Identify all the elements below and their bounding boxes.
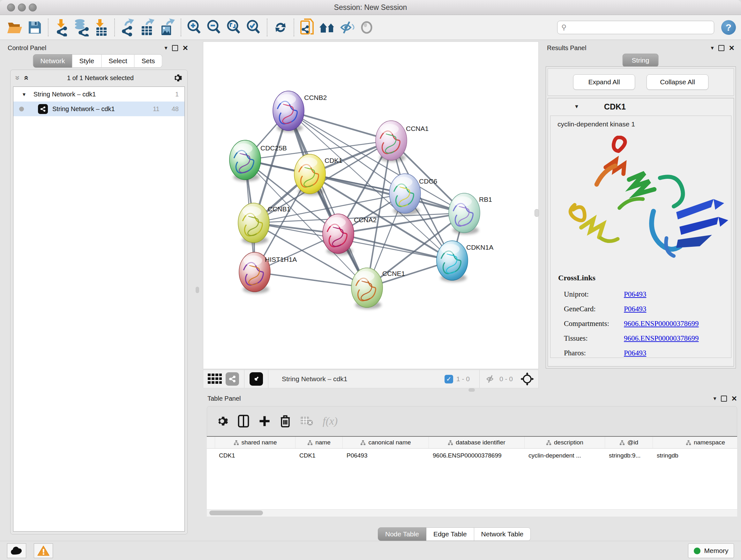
table-settings-gear-icon[interactable] <box>216 415 228 427</box>
canvas-splitter-handle[interactable] <box>535 209 539 217</box>
import-table-icon[interactable] <box>91 17 111 37</box>
network-view-toolbar: String Network – cdk1 ✓ 1 - 0 0 - 0 <box>203 370 539 388</box>
tab-edge-table[interactable]: Edge Table <box>426 527 474 541</box>
column-header-name[interactable]: name <box>295 437 343 448</box>
table-horizontal-scrollbar[interactable] <box>207 509 737 516</box>
column-header-description[interactable]: description <box>525 437 605 448</box>
app-window: Session: New Session <box>0 0 741 560</box>
panel-float-icon[interactable] <box>721 395 727 401</box>
network-mode-icon[interactable] <box>226 372 239 386</box>
collection-expand-icon[interactable]: ▼ <box>22 91 26 97</box>
column-header-shared-name[interactable]: shared name <box>215 437 295 448</box>
tab-network-table[interactable]: Network Table <box>474 527 531 541</box>
column-header--id[interactable]: @id <box>605 437 653 448</box>
help-button[interactable]: ? <box>721 20 736 35</box>
entry-collapse-icon[interactable]: ▼ <box>574 104 579 110</box>
network-view-canvas[interactable]: CCNB2CCNA1CDC25BCDK1CDC6RB1CCNB1CCNA2CDK… <box>203 42 539 369</box>
scrollbar-thumb[interactable] <box>209 510 263 515</box>
memory-button[interactable]: Memory <box>688 543 734 558</box>
show-all-icon[interactable] <box>357 17 377 37</box>
node-table[interactable]: shared namenamecanonical namedatabase id… <box>207 436 737 516</box>
collapse-all-icon[interactable]: » <box>15 76 21 80</box>
panel-close-icon[interactable]: ✕ <box>729 46 735 51</box>
expand-all-icon[interactable]: » <box>23 76 29 80</box>
gear-icon[interactable] <box>173 73 182 83</box>
table-cell[interactable]: stringdb <box>653 452 737 459</box>
new-network-from-selection-icon[interactable] <box>297 17 317 37</box>
network-graph[interactable]: CCNB2CCNA1CDC25BCDK1CDC6RB1CCNB1CCNA2CDK… <box>203 42 538 369</box>
tab-style[interactable]: Style <box>72 54 102 68</box>
crosslink-link[interactable]: 9606.ENSP00000378699 <box>624 334 699 343</box>
node-label: HIST1H1A <box>265 256 297 263</box>
cloud-status-button[interactable] <box>7 543 26 558</box>
vertical-splitter-handle[interactable] <box>196 287 199 293</box>
add-column-icon[interactable] <box>259 415 270 427</box>
panel-float-icon[interactable] <box>172 45 178 51</box>
network-edge <box>255 272 367 288</box>
panel-menu-icon[interactable]: ▾ <box>714 395 717 402</box>
fit-selected-icon[interactable] <box>521 372 534 386</box>
zoom-selected-icon[interactable] <box>244 17 264 37</box>
import-network-database-icon[interactable] <box>71 17 91 37</box>
control-panel: Control Panel ▾ ✕ Network Style Select S… <box>3 42 192 538</box>
tab-sets[interactable]: Sets <box>135 54 162 68</box>
tab-string[interactable]: String <box>623 54 659 67</box>
open-session-icon[interactable] <box>5 17 25 37</box>
save-session-icon[interactable] <box>25 17 45 37</box>
collapse-all-button[interactable]: Collapse All <box>647 74 709 90</box>
zoom-out-icon[interactable] <box>204 17 224 37</box>
minimize-window-button[interactable] <box>18 3 26 11</box>
network-collection-row[interactable]: ▼ String Network – cdk1 1 <box>13 87 185 102</box>
tab-node-table[interactable]: Node Table <box>378 527 426 541</box>
column-header-database-identifier[interactable]: database identifier <box>429 437 525 448</box>
panel-close-icon[interactable]: ✕ <box>731 396 737 401</box>
panel-menu-icon[interactable]: ▾ <box>711 44 714 51</box>
crosslink-link[interactable]: P06493 <box>624 349 646 357</box>
zoom-fit-icon[interactable] <box>224 17 244 37</box>
column-header-canonical-name[interactable]: canonical name <box>343 437 429 448</box>
panel-menu-icon[interactable]: ▾ <box>165 44 167 51</box>
crosslink-label: Compartments: <box>564 320 624 328</box>
export-table-icon[interactable] <box>138 17 158 37</box>
crosslink-link[interactable]: P06493 <box>624 290 646 299</box>
crosslink-link[interactable]: 9606.ENSP00000378699 <box>624 320 699 328</box>
grid-mode-icon[interactable] <box>208 374 222 384</box>
table-cell[interactable]: stringdb:9... <box>605 452 653 459</box>
birdseye-view-icon[interactable] <box>250 372 263 386</box>
hide-selection-icon[interactable] <box>337 17 357 37</box>
table-cell[interactable]: CDK1 <box>295 452 343 459</box>
table-cell[interactable]: CDK1 <box>215 452 295 459</box>
table-cell[interactable]: 9606.ENSP00000378699 <box>429 452 525 459</box>
panel-float-icon[interactable] <box>718 45 724 51</box>
search-input[interactable] <box>569 23 710 31</box>
expand-all-button[interactable]: Expand All <box>573 74 635 90</box>
string-results-container: Expand All Collapse All ▼ CDK1 cyclin-de… <box>546 66 736 368</box>
table-cell[interactable]: cyclin-dependent ... <box>525 452 605 459</box>
close-window-button[interactable] <box>7 3 15 11</box>
node-entry-header[interactable]: ▼ CDK1 <box>548 98 734 115</box>
crosslink-link[interactable]: P06493 <box>624 305 646 313</box>
table-cell[interactable]: P06493 <box>343 452 429 459</box>
main-toolbar: ⚲ ? <box>0 15 741 40</box>
delete-column-icon[interactable] <box>280 415 291 428</box>
warnings-button[interactable] <box>34 543 53 558</box>
horizontal-splitter-handle[interactable] <box>468 388 475 392</box>
first-neighbors-icon[interactable] <box>317 17 337 37</box>
tab-select[interactable]: Select <box>102 54 134 68</box>
table-row[interactable]: CDK1CDK1P064939606.ENSP00000378699cyclin… <box>207 449 737 462</box>
network-row[interactable]: String Network – cdk1 11 48 <box>13 102 185 116</box>
refresh-view-icon[interactable] <box>271 17 290 37</box>
row-gutter <box>207 437 215 448</box>
import-network-file-icon[interactable] <box>52 17 71 37</box>
panel-close-icon[interactable]: ✕ <box>183 46 188 51</box>
export-network-icon[interactable] <box>118 17 138 37</box>
show-column-icon[interactable] <box>238 415 249 428</box>
zoom-in-icon[interactable] <box>185 17 204 37</box>
selected-nodes-checkbox[interactable]: ✓ <box>445 375 453 383</box>
column-header-namespace[interactable]: namespace <box>653 437 737 448</box>
crosslink-row: Compartments:9606.ENSP00000378699 <box>564 316 728 331</box>
tab-network[interactable]: Network <box>33 54 72 68</box>
column-type-icon <box>546 440 551 445</box>
export-image-icon[interactable] <box>158 17 178 37</box>
zoom-window-button[interactable] <box>29 3 37 11</box>
